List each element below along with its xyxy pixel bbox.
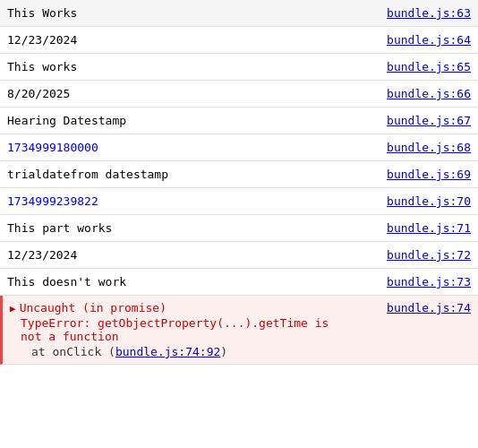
log-message: This Works <box>7 6 380 20</box>
log-row: 8/20/2025bundle.js:66 <box>0 81 478 108</box>
log-message: This part works <box>7 221 380 235</box>
log-message: trialdatefrom datestamp <box>7 168 380 181</box>
error-file-link[interactable]: bundle.js:74 <box>387 301 471 314</box>
log-row: 1734999239822bundle.js:70 <box>0 188 478 215</box>
log-message: 1734999239822 <box>7 194 380 208</box>
log-container: This Worksbundle.js:6312/23/2024bundle.j… <box>0 0 478 365</box>
error-block: ▶Uncaught (in promise) bundle.js:74TypeE… <box>0 296 478 365</box>
log-file-link[interactable]: bundle.js:72 <box>387 248 471 262</box>
log-message: 12/23/2024 <box>7 33 380 47</box>
log-message: This doesn't work <box>7 275 380 289</box>
error-stack: at onClick (bundle.js:74:92) <box>10 345 471 358</box>
log-file-link[interactable]: bundle.js:69 <box>387 168 471 181</box>
log-file-link[interactable]: bundle.js:73 <box>387 275 471 289</box>
error-body: TypeError: getObjectProperty(...).getTim… <box>10 316 471 343</box>
error-header: ▶Uncaught (in promise) bundle.js:74 <box>10 301 471 314</box>
log-file-link[interactable]: bundle.js:65 <box>387 60 471 73</box>
log-file-link[interactable]: bundle.js:67 <box>387 114 471 127</box>
error-title-wrapper: ▶Uncaught (in promise) <box>10 301 166 314</box>
log-file-link[interactable]: bundle.js:70 <box>387 194 471 208</box>
log-row: This doesn't workbundle.js:73 <box>0 269 478 296</box>
log-row: This part worksbundle.js:71 <box>0 215 478 242</box>
log-file-link[interactable]: bundle.js:68 <box>387 141 471 154</box>
log-file-link[interactable]: bundle.js:71 <box>387 221 471 235</box>
log-message: 12/23/2024 <box>7 248 380 262</box>
log-row: trialdatefrom datestampbundle.js:69 <box>0 161 478 188</box>
error-stack-link[interactable]: bundle.js:74:92 <box>115 345 220 358</box>
log-message: Hearing Datestamp <box>7 114 380 127</box>
log-row: 1734999180000bundle.js:68 <box>0 134 478 161</box>
log-row: This Worksbundle.js:63 <box>0 0 478 27</box>
log-file-link[interactable]: bundle.js:64 <box>387 33 471 47</box>
log-file-link[interactable]: bundle.js:66 <box>387 87 471 100</box>
log-file-link[interactable]: bundle.js:63 <box>387 6 471 20</box>
log-row: Hearing Datestampbundle.js:67 <box>0 108 478 134</box>
error-title: Uncaught (in promise) <box>20 301 166 314</box>
log-message: 1734999180000 <box>7 141 380 154</box>
log-row: 12/23/2024bundle.js:72 <box>0 242 478 269</box>
log-message: 8/20/2025 <box>7 87 380 100</box>
log-row: 12/23/2024bundle.js:64 <box>0 27 478 54</box>
expand-triangle-icon[interactable]: ▶ <box>10 303 16 314</box>
log-message: This works <box>7 60 380 73</box>
log-row: This worksbundle.js:65 <box>0 54 478 81</box>
